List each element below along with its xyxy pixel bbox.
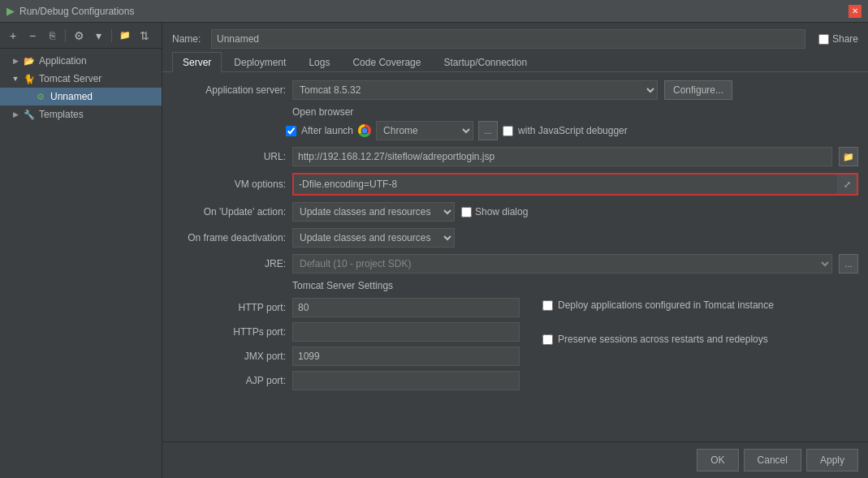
browser-dots-button[interactable]: ... [478,121,498,140]
toolbar: + − ⎘ ⚙ ▾ 📁 ⇅ [0,23,162,49]
expand-arrow-templates[interactable]: ▶ [11,110,19,118]
add-button[interactable]: + [5,28,21,44]
tabs-bar: Server Deployment Logs Code Coverage Sta… [162,52,868,72]
jmx-port-input[interactable] [292,347,520,366]
apply-button[interactable]: Apply [806,449,858,472]
separator [65,29,66,42]
url-label: URL: [172,151,286,162]
left-panel: + − ⎘ ⚙ ▾ 📁 ⇅ ▶ 📂 Application ▼ 🐈 [0,23,162,478]
no-arrow [23,93,31,101]
expand-arrow-tomcat[interactable]: ▼ [11,75,19,83]
ajp-port-label: AJP port: [172,375,286,386]
jre-select[interactable]: Default (10 - project SDK) [292,254,832,273]
configure-button[interactable]: Configure... [664,80,732,100]
vm-options-input[interactable] [294,174,837,194]
after-launch-checkbox[interactable] [286,126,296,136]
preserve-checkbox[interactable] [542,334,553,345]
vm-options-label: VM options: [172,179,286,190]
tab-code-coverage[interactable]: Code Coverage [342,52,431,72]
on-frame-select[interactable]: Update classes and resources [292,228,455,248]
settings-button[interactable]: ⚙ [71,28,87,44]
js-debugger-checkbox[interactable] [503,126,513,136]
tab-deployment[interactable]: Deployment [223,52,296,72]
separator2 [111,29,112,42]
folder-button[interactable]: 📁 [117,28,133,44]
form-content: Application server: Tomcat 8.5.32 Config… [162,72,868,441]
on-update-row: On 'Update' action: Update classes and r… [172,202,858,222]
ok-button[interactable]: OK [697,449,738,472]
remove-button[interactable]: − [24,28,41,44]
application-label: Application [39,55,87,67]
vm-expand-button[interactable]: ⤢ [837,174,857,194]
tree-item-application[interactable]: ▶ 📂 Application [0,52,162,70]
templates-icon: 🔧 [23,108,36,121]
deploy-checkbox-row: Deploy applications configured in Tomcat… [542,299,774,311]
title-bar: ▶ Run/Debug Configurations ✕ [0,0,868,23]
application-icon: 📂 [23,54,36,67]
tree-area: ▶ 📂 Application ▼ 🐈 Tomcat Server ⚙ Unna… [0,49,162,478]
app-server-row: Application server: Tomcat 8.5.32 Config… [172,80,858,100]
jre-row: JRE: Default (10 - project SDK) ... [172,254,858,273]
open-browser-label: Open browser [292,106,858,118]
js-debugger-label: with JavaScript debugger [518,125,628,136]
vm-options-row: VM options: ⤢ [172,173,858,196]
share-checkbox[interactable] [818,34,829,45]
browser-row: After launch Chrome ... with JavaScript … [286,121,858,140]
show-dialog-checkbox[interactable] [461,207,472,217]
right-col-checks: Deploy applications configured in Tomcat… [539,298,774,395]
title-bar-left: ▶ Run/Debug Configurations [6,5,134,17]
jre-dots-button[interactable]: ... [839,254,858,273]
copy-button[interactable]: ⎘ [44,28,60,44]
http-port-label: HTTP port: [172,302,286,313]
jmx-port-row: JMX port: [172,347,520,366]
deploy-label: Deploy applications configured in Tomcat… [558,299,774,311]
tree-item-templates[interactable]: ▶ 🔧 Templates [0,106,162,123]
tab-startup-connection[interactable]: Startup/Connection [433,52,538,72]
window-title: Run/Debug Configurations [19,6,134,17]
tree-item-tomcat-server[interactable]: ▼ 🐈 Tomcat Server [0,70,162,88]
after-launch-label: After launch [301,125,353,136]
tab-server[interactable]: Server [172,52,222,72]
main-layout: + − ⎘ ⚙ ▾ 📁 ⇅ ▶ 📂 Application ▼ 🐈 [0,23,868,478]
http-port-input[interactable] [292,298,520,317]
tomcat-settings-title: Tomcat Server Settings [292,280,858,291]
url-row: URL: 📁 [172,147,858,166]
right-panel: Name: Share Server Deployment Logs Code … [162,23,868,478]
https-port-input[interactable] [292,322,520,342]
vm-options-wrapper: ⤢ [292,173,858,196]
on-update-select[interactable]: Update classes and resources [292,202,455,222]
tab-logs[interactable]: Logs [298,52,340,72]
https-port-row: HTTPs port: [172,322,520,342]
name-row: Name: Share [162,23,868,52]
app-server-select[interactable]: Tomcat 8.5.32 [292,80,658,100]
browser-select[interactable]: Chrome [376,121,473,140]
expand-arrow-application[interactable]: ▶ [11,57,19,65]
share-label: Share [832,33,858,45]
tomcat-icon: 🐈 [23,72,36,85]
ajp-port-row: AJP port: [172,371,520,390]
bottom-buttons: OK Cancel Apply [162,441,868,478]
jmx-port-label: JMX port: [172,351,286,362]
sort-button[interactable]: ⇅ [136,28,153,44]
ports-left: HTTP port: HTTPs port: JMX port: [172,298,520,395]
chrome-icon [358,124,371,137]
https-port-label: HTTPs port: [172,326,286,338]
deploy-checkbox[interactable] [542,300,553,311]
preserve-label: Preserve sessions across restarts and re… [558,334,768,345]
show-dialog-row: Show dialog [461,206,528,217]
tree-item-unnamed[interactable]: ⚙ Unnamed [0,88,162,106]
name-label: Name: [172,33,205,45]
url-folder-button[interactable]: 📁 [839,147,858,166]
app-server-label: Application server: [172,84,286,96]
ajp-port-input[interactable] [292,371,520,390]
cancel-button[interactable]: Cancel [744,449,801,472]
show-dialog-label: Show dialog [475,206,528,217]
preserve-checkbox-row: Preserve sessions across restarts and re… [542,334,774,345]
unnamed-label: Unnamed [50,91,93,102]
templates-label: Templates [39,109,84,120]
close-button[interactable]: ✕ [849,5,862,18]
run-icon: ▶ [6,5,15,17]
name-input[interactable] [211,29,805,49]
url-input[interactable] [292,147,832,166]
chevron-down-button[interactable]: ▾ [90,28,106,44]
